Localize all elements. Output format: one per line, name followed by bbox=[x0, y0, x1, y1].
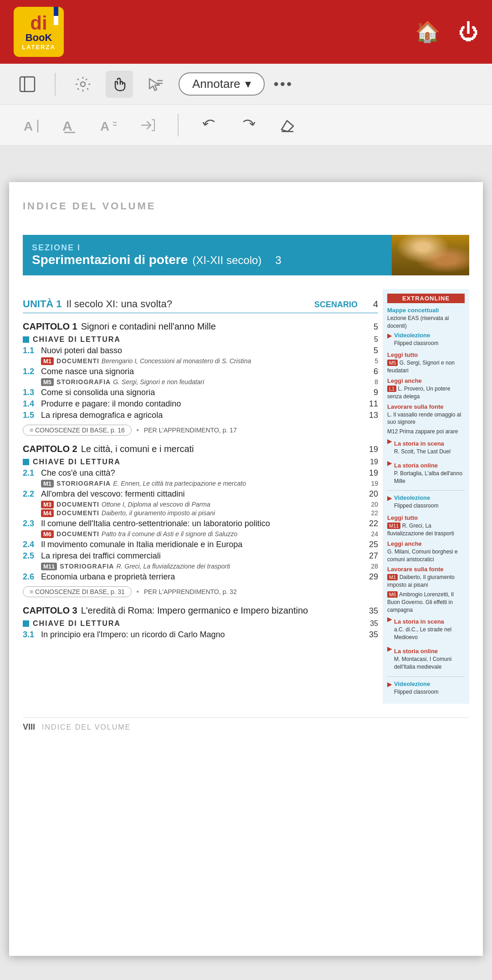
chiave2-label: CHIAVE DI LETTURA bbox=[33, 458, 121, 466]
chiave-page: 5 bbox=[374, 335, 378, 344]
doc-type-m5: STORIOGRAFIA bbox=[56, 378, 111, 386]
chiave3-label: CHIAVE DI LETTURA bbox=[33, 619, 121, 628]
section-2-3: 2.3 Il comune dell'Italia centro-settent… bbox=[23, 519, 378, 528]
conoscenze1-pill: CONOSCENZE DI BASE, p. 16 bbox=[23, 425, 132, 436]
s2-1-title: Che cos'è una città? bbox=[41, 468, 364, 478]
doc2-page-m11: 28 bbox=[371, 563, 378, 570]
share-button[interactable] bbox=[134, 112, 159, 137]
toolbar1: Annotare ▾ ••• bbox=[0, 64, 492, 105]
s1-5-title: La ripresa demografica e agricola bbox=[41, 411, 364, 420]
play5-icon[interactable]: ▶ bbox=[387, 615, 392, 623]
s2-2-num: 2.2 bbox=[23, 489, 41, 499]
extraonline-sidebar: EXTRAONLINE Mappe concettuali Lezione EA… bbox=[383, 289, 469, 704]
redo-button[interactable] bbox=[236, 112, 261, 137]
select-tool-button[interactable] bbox=[142, 71, 169, 98]
undo-button[interactable] bbox=[197, 112, 222, 137]
videolezione1-label: Videolezione bbox=[394, 332, 438, 339]
page-content: INDICE DEL VOLUME SEZIONE I Sperimentazi… bbox=[9, 182, 483, 956]
leggi-l1-badge: L1 bbox=[387, 386, 396, 392]
toolbar1-divider bbox=[55, 73, 56, 96]
chiave3-square bbox=[23, 620, 29, 627]
lezione-label: Lezione EAS (riservata ai docenti) bbox=[387, 315, 465, 330]
cap3-row: CAPITOLO 3 L'eredità di Roma: Impero ger… bbox=[23, 605, 378, 616]
lavorare-m12-text: L. Il vassallo rende omaggio al suo sign… bbox=[387, 411, 465, 427]
annotare-button[interactable]: Annotare ▾ bbox=[179, 72, 265, 96]
logo[interactable]: di BooK LATERZA bbox=[14, 7, 64, 57]
sezione-label: SEZIONE I bbox=[32, 243, 383, 253]
s2-1-num: 2.1 bbox=[23, 468, 41, 478]
logo-laterza: LATERZA bbox=[22, 44, 56, 51]
eraser-button[interactable] bbox=[274, 112, 299, 137]
unita1-label: UNITÀ 1 bbox=[23, 298, 62, 310]
play2-icon[interactable]: ▶ bbox=[387, 437, 392, 445]
s1-2-page: 6 bbox=[364, 367, 378, 376]
s1-1-title: Nuovi poteri dal basso bbox=[41, 346, 364, 355]
cap3-label: CAPITOLO 3 bbox=[23, 605, 77, 616]
doc2-m4: M4 DOCUMENTI Daiberto, il giuramento imp… bbox=[41, 509, 378, 517]
s2-2-title: All'ombra del vescovo: fermenti cittadin… bbox=[41, 489, 364, 499]
leggi-anche-label: Leggi anche bbox=[387, 377, 465, 384]
unita1-scenario: SCENARIO bbox=[314, 300, 358, 310]
text-highlight-button[interactable]: A bbox=[57, 112, 82, 137]
chiave-label: CHIAVE DI LETTURA bbox=[33, 335, 121, 344]
conoscenze2-dot bbox=[30, 590, 33, 594]
s2-6-title: Economia urbana e proprietà terriera bbox=[41, 572, 364, 582]
s2-4-page: 25 bbox=[364, 540, 378, 549]
play6-icon[interactable]: ▶ bbox=[387, 645, 392, 652]
storia-scena2-label: La storia in scena bbox=[394, 618, 465, 625]
settings-button[interactable] bbox=[69, 71, 97, 98]
unita1-title: Il secolo XI: una svolta? bbox=[67, 298, 314, 310]
s1-1-page: 5 bbox=[364, 346, 378, 355]
svg-text:A: A bbox=[24, 119, 33, 133]
flipped2-label: Flipped classroom bbox=[394, 502, 438, 510]
lavorare-label: Lavorare sulla fonte bbox=[387, 403, 465, 410]
badge-m5: M5 bbox=[41, 378, 54, 386]
s2-4-num: 2.4 bbox=[23, 540, 41, 549]
s2-3-num: 2.3 bbox=[23, 519, 41, 528]
s2-2-page: 20 bbox=[364, 489, 378, 499]
mappe-label: Mappe concettuali bbox=[387, 307, 465, 314]
doc-text-m1: Berengario I, Concessioni al monastero d… bbox=[102, 357, 374, 365]
play7-icon[interactable]: ▶ bbox=[387, 680, 392, 688]
doc2-text-m4: Daiberto, il giuramento imposto ai pisan… bbox=[102, 509, 371, 517]
lavorare2-m2-badge: M6 bbox=[387, 591, 398, 598]
leggi-m5-badge: M5 bbox=[387, 360, 398, 366]
content-with-sidebar: UNITÀ 1 Il secolo XI: una svolta? SCENAR… bbox=[23, 289, 469, 704]
videolezione2-item: ▶ Videolezione Flipped classroom bbox=[387, 494, 465, 512]
lavorare-m12-detail: M12 Prima zappare poi arare bbox=[387, 428, 465, 436]
play3-icon[interactable]: ▶ bbox=[387, 459, 392, 467]
sezione-image-decoration bbox=[392, 235, 469, 275]
s1-2-title: Come nasce una signoria bbox=[41, 367, 364, 376]
home-icon[interactable]: 🏠 bbox=[415, 20, 440, 44]
leggi-l1-text: L1 L. Provero, Un potere senza delega bbox=[387, 385, 465, 401]
s2-1-page: 19 bbox=[364, 468, 378, 478]
doc-page-m1: 5 bbox=[374, 357, 378, 365]
section-2-4: 2.4 Il movimento comunale in Italia meri… bbox=[23, 540, 378, 549]
doc2-type-m3: DOCUMENTI bbox=[56, 501, 99, 508]
play4-icon[interactable]: ▶ bbox=[387, 494, 392, 502]
doc-page-m5: 8 bbox=[374, 378, 378, 386]
doc2-m6: M6 DOCUMENTI Patto tra il comune di Asti… bbox=[41, 530, 378, 538]
s1-3-num: 1.3 bbox=[23, 388, 41, 397]
text-select-button[interactable]: A bbox=[18, 112, 43, 137]
s3-1-title: In principio era l'Impero: un ricordo di… bbox=[41, 630, 364, 640]
power-icon[interactable]: ⏻ bbox=[458, 20, 478, 43]
section-2-5: 2.5 La ripresa dei traffici commerciali … bbox=[23, 551, 378, 561]
cap1-title: Signori e contadini nell'anno Mille bbox=[81, 321, 364, 332]
footer-label: INDICE DEL VOLUME bbox=[42, 723, 131, 731]
section-1-4: 1.4 Produrre e pagare: il mondo contadin… bbox=[23, 399, 378, 409]
more-options-button[interactable]: ••• bbox=[274, 76, 293, 92]
conoscenze2-pill: CONOSCENZE DI BASE, p. 31 bbox=[23, 586, 132, 597]
leggi-m11-badge: M11 bbox=[387, 523, 400, 529]
section-2-6: 2.6 Economia urbana e proprietà terriera… bbox=[23, 572, 378, 582]
sidebar-toggle-button[interactable] bbox=[14, 71, 41, 98]
hand-tool-button[interactable] bbox=[106, 71, 133, 98]
lavorare2-label: Lavorare sulla fonte bbox=[387, 566, 465, 573]
play1-icon[interactable]: ▶ bbox=[387, 332, 392, 339]
doc-m1: M1 DOCUMENTI Berengario I, Concessioni a… bbox=[41, 357, 378, 365]
cap3-title: L'eredità di Roma: Impero germanico e Im… bbox=[81, 605, 364, 616]
leggi-anche2-text: G. Milani, Comuni borghesi e comuni aris… bbox=[387, 548, 465, 564]
header-icons: 🏠 ⏻ bbox=[415, 20, 478, 44]
annotare-chevron: ▾ bbox=[245, 77, 251, 91]
text-size-button[interactable]: A bbox=[96, 112, 121, 137]
